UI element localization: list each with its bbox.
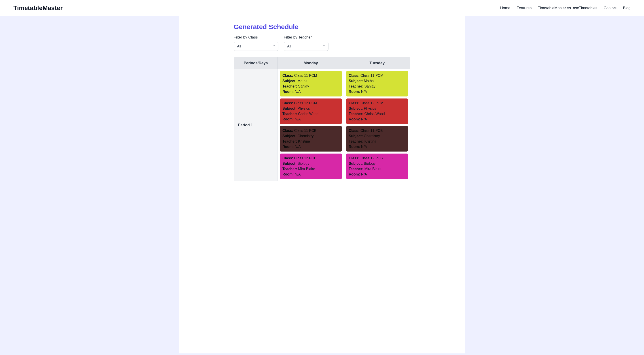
card-subject-value: Physics (298, 107, 310, 110)
nav-blog[interactable]: Blog (623, 6, 630, 10)
schedule-card[interactable]: Class: Class 12 PCM Subject: Physics Tea… (346, 99, 408, 124)
card-subject-label: Subject: (349, 134, 363, 138)
card-room-value: N/A (361, 172, 367, 176)
card-room-value: N/A (295, 90, 301, 94)
card-subject-label: Subject: (282, 162, 296, 165)
card-teacher-label: Teacher: (282, 84, 297, 88)
card-teacher-label: Teacher: (282, 112, 297, 116)
chevron-down-icon (272, 44, 276, 48)
card-teacher-value: Mira Blaire (298, 167, 315, 171)
schedule-card[interactable]: Class: Class 12 PCB Subject: Biology Tea… (280, 154, 342, 179)
card-subject-value: Biology (298, 162, 309, 165)
card-subject-label: Subject: (349, 79, 363, 83)
card-class-value: Class 11 PCB (294, 129, 316, 133)
card-class-label: Class: (349, 101, 360, 105)
card-subject-label: Subject: (282, 107, 296, 110)
schedule-card[interactable]: Class: Class 12 PCM Subject: Physics Tea… (280, 99, 342, 124)
card-room-value: N/A (295, 117, 301, 121)
schedule-card[interactable]: Class: Class 11 PCB Subject: Chemistry T… (280, 126, 342, 152)
schedule-panel: Generated Schedule Filter by Class All F… (219, 16, 425, 188)
card-room-label: Room: (349, 117, 360, 121)
content-wrapper: Generated Schedule Filter by Class All F… (179, 16, 465, 353)
card-subject-value: Physics (364, 107, 376, 110)
card-teacher-value: Kristina (298, 139, 310, 143)
card-class-label: Class: (282, 156, 293, 160)
card-teacher-value: Chriss Wood (298, 112, 318, 116)
th-monday: Monday (278, 57, 344, 69)
card-class-value: Class 12 PCB (360, 156, 383, 160)
card-subject-value: Chemistry (364, 134, 380, 138)
card-subject-label: Subject: (282, 79, 296, 83)
day-cell-tuesday: Class: Class 11 PCM Subject: Maths Teach… (344, 69, 410, 181)
card-class-label: Class: (282, 74, 293, 78)
card-subject-value: Maths (364, 79, 374, 83)
card-teacher-value: Mira Blaire (364, 167, 381, 171)
card-class-label: Class: (282, 101, 293, 105)
main-nav: Home Features TimetableMaster vs. ascTim… (500, 6, 630, 10)
card-teacher-value: Chriss Wood (364, 112, 384, 116)
card-teacher-label: Teacher: (282, 167, 297, 171)
card-class-label: Class: (282, 129, 293, 133)
day-cell-monday: Class: Class 11 PCM Subject: Maths Teach… (278, 69, 344, 181)
card-teacher-value: Kristina (364, 139, 376, 143)
card-subject-value: Chemistry (298, 134, 314, 138)
card-teacher-label: Teacher: (349, 167, 364, 171)
chevron-down-icon (322, 44, 326, 48)
card-room-value: N/A (361, 145, 367, 149)
card-subject-label: Subject: (349, 162, 363, 165)
card-class-value: Class 11 PCM (294, 74, 317, 78)
card-teacher-label: Teacher: (349, 84, 364, 88)
card-subject-label: Subject: (349, 107, 363, 110)
filter-class-label: Filter by Class (234, 35, 278, 40)
card-room-label: Room: (282, 90, 294, 94)
card-teacher-label: Teacher: (282, 139, 297, 143)
filter-teacher-select[interactable]: All (284, 42, 328, 51)
card-room-label: Room: (282, 172, 294, 176)
filter-class-select[interactable]: All (234, 42, 278, 51)
card-room-label: Room: (282, 117, 294, 121)
schedule-table: Periods/Days Monday Tuesday Period 1 Cla… (234, 57, 410, 181)
card-room-value: N/A (295, 172, 301, 176)
nav-home[interactable]: Home (500, 6, 510, 10)
filter-teacher-group: Filter by Teacher All (284, 35, 328, 51)
site-header: TimetableMaster Home Features TimetableM… (0, 0, 644, 16)
nav-contact[interactable]: Contact (604, 6, 617, 10)
card-teacher-label: Teacher: (349, 112, 364, 116)
schedule-card[interactable]: Class: Class 11 PCM Subject: Maths Teach… (280, 71, 342, 97)
card-class-label: Class: (349, 156, 360, 160)
table-row: Period 1 Class: Class 11 PCM Subject: Ma… (234, 69, 410, 181)
filter-class-value: All (237, 44, 241, 48)
card-room-value: N/A (361, 117, 367, 121)
schedule-card[interactable]: Class: Class 12 PCB Subject: Biology Tea… (346, 154, 408, 179)
card-class-value: Class 11 PCB (360, 129, 383, 133)
card-room-value: N/A (361, 90, 367, 94)
card-subject-value: Maths (298, 79, 308, 83)
card-teacher-value: Sanjay (298, 84, 309, 88)
card-room-value: N/A (295, 145, 301, 149)
section-title: Generated Schedule (234, 23, 425, 31)
card-class-value: Class 12 PCB (294, 156, 316, 160)
th-periods-days: Periods/Days (234, 57, 278, 69)
nav-features[interactable]: Features (516, 6, 532, 10)
filter-teacher-value: All (287, 44, 291, 48)
card-room-label: Room: (282, 145, 294, 149)
period-label: Period 1 (234, 69, 278, 181)
card-class-value: Class 11 PCM (360, 74, 383, 78)
nav-vs[interactable]: TimetableMaster vs. ascTimetables (538, 6, 597, 10)
card-class-value: Class 12 PCM (360, 101, 383, 105)
card-teacher-label: Teacher: (349, 139, 364, 143)
card-teacher-value: Sanjay (364, 84, 375, 88)
filter-teacher-label: Filter by Teacher (284, 35, 328, 40)
filters-row: Filter by Class All Filter by Teacher Al… (234, 35, 425, 51)
th-tuesday: Tuesday (344, 57, 410, 69)
card-room-label: Room: (349, 145, 360, 149)
schedule-card[interactable]: Class: Class 11 PCB Subject: Chemistry T… (346, 126, 408, 152)
card-subject-value: Biology (364, 162, 376, 165)
card-subject-label: Subject: (282, 134, 296, 138)
table-header-row: Periods/Days Monday Tuesday (234, 57, 410, 69)
card-class-label: Class: (349, 129, 360, 133)
card-class-value: Class 12 PCM (294, 101, 317, 105)
schedule-card[interactable]: Class: Class 11 PCM Subject: Maths Teach… (346, 71, 408, 97)
filter-class-group: Filter by Class All (234, 35, 278, 51)
logo[interactable]: TimetableMaster (14, 5, 62, 12)
